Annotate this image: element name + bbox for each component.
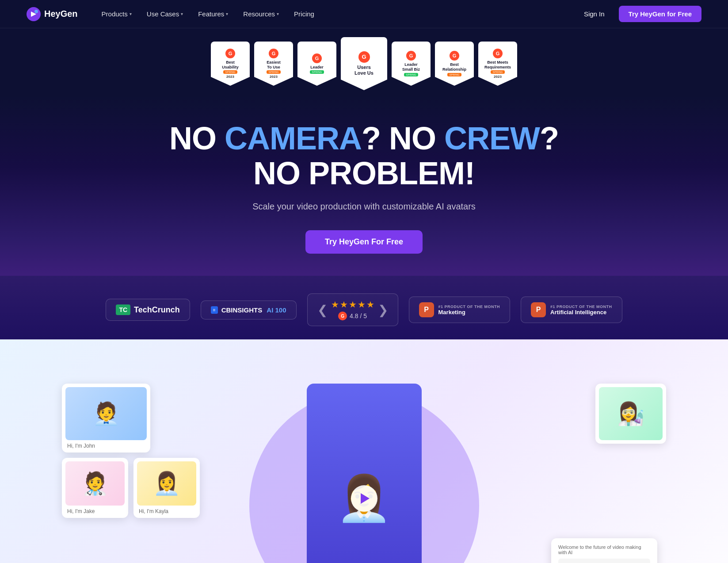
star-2: ★ — [340, 299, 348, 310]
brand-name: HeyGen — [44, 9, 78, 19]
logo-link[interactable]: HeyGen — [27, 7, 78, 21]
techcrunch-badge: TC TechCrunch — [106, 299, 190, 321]
g2-logo: G — [450, 51, 459, 61]
stars-block: ★ ★ ★ ★ ★ G 4.8 / 5 — [331, 299, 374, 320]
main-avatar-container: 👩‍💼 — [302, 375, 426, 563]
laurel-left: ❮ — [317, 303, 328, 317]
cbinsights-label: CBINSIGHTS AI 100 — [221, 306, 286, 314]
headline-camera: CAMERA — [225, 121, 362, 156]
cbinsights-badge: ≡ CBINSIGHTS AI 100 — [201, 301, 297, 320]
star-3: ★ — [349, 299, 357, 310]
signin-button[interactable]: Sign In — [577, 7, 612, 21]
g2-rating-badge: ❮ ★ ★ ★ ★ ★ G 4.8 / 5 ❯ — [307, 293, 398, 326]
hero-cta-button[interactable]: Try HeyGen For Free — [305, 230, 423, 254]
badge-users-love-us: G UsersLove Us — [341, 37, 387, 90]
avatar-kayla-image: 👩‍💼 — [137, 461, 196, 506]
star-1: ★ — [331, 299, 339, 310]
nav-resources[interactable]: Resources ▾ — [237, 7, 285, 21]
translation-card: Welcome to the future of video making wi… — [551, 538, 657, 563]
avatar-cards-left: 🧑‍💼 Hi, I'm John 🧑‍⚕️ Hi, I'm Jake 👩‍💼 H… — [62, 384, 200, 518]
badge-best-usability: G BestUsability SPRING 2023 — [211, 42, 250, 86]
headline-no-problem: NO PROBLEM! — [253, 156, 475, 191]
translation-title: Welcome to the future of video making wi… — [558, 544, 650, 555]
g2-logo: G — [493, 49, 503, 58]
ph-marketing-text: #1 PRODUCT OF THE MONTH Marketing — [438, 304, 500, 316]
star-4: ★ — [358, 299, 366, 310]
nav-use-cases[interactable]: Use Cases ▾ — [141, 7, 189, 21]
chevron-down-icon: ▾ — [277, 11, 279, 16]
ph-ai-text: #1 PRODUCT OF THE MONTH Artificial Intel… — [550, 304, 612, 316]
avatar-john-name: Hi, I'm John — [65, 443, 147, 449]
ph-icon-2: P — [531, 302, 546, 317]
badge-leader: G Leader SPRING — [297, 42, 336, 86]
laurel-right: ❯ — [378, 303, 388, 317]
avatar-john-image: 🧑‍💼 — [65, 387, 147, 440]
chevron-down-icon: ▾ — [226, 11, 228, 16]
avatar-card-john: 🧑‍💼 Hi, I'm John — [62, 384, 150, 453]
ph-marketing-badge: P #1 PRODUCT OF THE MONTH Marketing — [409, 297, 511, 323]
g2-logo: G — [269, 49, 278, 58]
techcrunch-logo: TC TechCrunch — [116, 304, 179, 315]
avatar-kayla-name: Hi, I'm Kayla — [137, 508, 196, 514]
avatar-jake-image: 🧑‍⚕️ — [65, 461, 125, 506]
hero-headline: NO CAMERA? NO CREW? NO PROBLEM! — [9, 121, 719, 191]
cbinsights-logo: ≡ CBINSIGHTS AI 100 — [211, 306, 286, 314]
ph-ai-badge: P #1 PRODUCT OF THE MONTH Artificial Int… — [521, 297, 622, 323]
chevron-down-icon: ▾ — [130, 11, 132, 16]
avatar-card-jake: 🧑‍⚕️ Hi, I'm Jake — [62, 458, 128, 518]
play-button[interactable] — [351, 485, 377, 512]
ph-ai: P #1 PRODUCT OF THE MONTH Artificial Int… — [531, 302, 612, 317]
badge-best-meets-req: G Best MeetsRequirements SPRING 2023 — [478, 42, 517, 86]
try-free-button[interactable]: Try HeyGen for Free — [619, 6, 701, 22]
star-5: ★ — [366, 299, 374, 310]
headline-no1: NO — [169, 121, 225, 156]
nav-features[interactable]: Features ▾ — [192, 7, 234, 21]
avatar-card-kayla: 👩‍💼 Hi, I'm Kayla — [133, 458, 200, 518]
play-icon — [361, 493, 370, 504]
ph-ai-value: Artificial Intelligence — [550, 309, 612, 316]
stars-row: ★ ★ ★ ★ ★ — [331, 299, 374, 310]
headline-crew: CREW — [444, 121, 540, 156]
badge-best-relationship: G BestRelationship SPRING — [435, 42, 474, 86]
ph-label: #1 PRODUCT OF THE MONTH — [438, 304, 500, 309]
video-demo-section: 🧑‍💼 Hi, I'm John 🧑‍⚕️ Hi, I'm Jake 👩‍💼 H… — [0, 339, 728, 563]
video-background: 🧑‍💼 Hi, I'm John 🧑‍⚕️ Hi, I'm Jake 👩‍💼 H… — [0, 339, 728, 563]
ph-ai-label: #1 PRODUCT OF THE MONTH — [550, 304, 612, 309]
g2-logo: G — [312, 53, 322, 63]
g2-logo: G — [358, 51, 370, 63]
g2-circle-icon: G — [338, 312, 347, 320]
ph-marketing: P #1 PRODUCT OF THE MONTH Marketing — [419, 302, 500, 317]
cb-icon: ≡ — [211, 306, 218, 314]
chevron-down-icon: ▾ — [181, 11, 183, 16]
badge-easiest-to-use: G EasiestTo Use SPRING 2023 — [254, 42, 293, 86]
logo-icon — [27, 7, 41, 21]
hero-subtitle: Scale your video production with customi… — [9, 202, 719, 212]
nav-actions: Sign In Try HeyGen for Free — [577, 6, 701, 22]
social-proof-section: TC TechCrunch ≡ CBINSIGHTS AI 100 ❮ ★ ★ … — [0, 276, 728, 339]
navbar: HeyGen Products ▾ Use Cases ▾ Features ▾… — [0, 0, 728, 28]
techcrunch-label: TechCrunch — [134, 305, 180, 315]
avatar-jake-name: Hi, I'm Jake — [65, 508, 125, 514]
g2-logo: G — [406, 51, 416, 61]
main-avatar-card: 👩‍💼 — [307, 384, 422, 563]
nav-links: Products ▾ Use Cases ▾ Features ▾ Resour… — [95, 7, 577, 21]
stars-label: G 4.8 / 5 — [338, 312, 367, 320]
tc-icon: TC — [116, 304, 130, 315]
badges-row: G BestUsability SPRING 2023 G EasiestTo … — [0, 28, 728, 95]
badge-leader-small-biz: G LeaderSmall Biz SPRING — [392, 42, 431, 86]
headline-no2: ? NO — [362, 121, 444, 156]
ph-icon: P — [419, 302, 434, 317]
avatar-cards-right: 👩‍🔬 — [595, 384, 666, 444]
nav-products[interactable]: Products ▾ — [95, 7, 138, 21]
svg-point-1 — [34, 10, 38, 13]
avatar-right-image: 👩‍🔬 — [599, 387, 663, 440]
translation-input: Welcome to the future of video making wi… — [558, 559, 650, 563]
hero-section: NO CAMERA? NO CREW? NO PROBLEM! Scale yo… — [0, 95, 728, 276]
g2-logo: G — [225, 49, 235, 58]
nav-pricing[interactable]: Pricing — [288, 7, 320, 21]
ph-value: Marketing — [438, 309, 500, 316]
avatar-card-right: 👩‍🔬 — [595, 384, 666, 444]
stars-wrapper: ❮ ★ ★ ★ ★ ★ G 4.8 / 5 ❯ — [317, 299, 388, 320]
